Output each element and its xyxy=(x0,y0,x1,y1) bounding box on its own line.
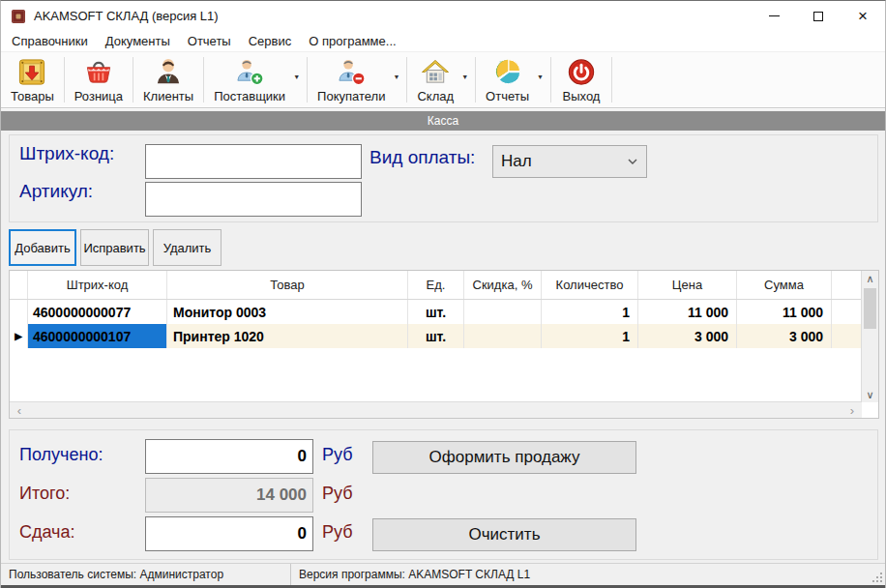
cell-product[interactable]: Принтер 1020 xyxy=(167,324,408,348)
close-icon: × xyxy=(858,8,868,24)
cell-filler xyxy=(832,324,862,348)
input-panel: Штрих-код: Вид оплаты: Нал Артикул: xyxy=(9,134,878,222)
barcode-input[interactable] xyxy=(145,144,362,179)
col-header-barcode[interactable]: Штрих-код xyxy=(28,271,167,299)
change-currency: Руб xyxy=(322,522,353,543)
toolbar-separator xyxy=(406,57,407,103)
col-header-discount[interactable]: Скидка, % xyxy=(464,271,542,299)
toolbar-button-retail[interactable]: Розница xyxy=(67,54,131,105)
sales-table: Штрих-код Товар Ед. Скидка, % Количество… xyxy=(9,270,879,419)
toolbar-button-buyers[interactable]: Покупатели ▼ xyxy=(310,54,404,105)
section-header-kassa: Касса xyxy=(1,111,885,131)
title-bar: AKAMSOFT СКЛАД (версия L1) × xyxy=(1,2,885,30)
chevron-down-icon[interactable]: ▼ xyxy=(293,74,300,80)
close-button[interactable]: × xyxy=(841,2,885,30)
change-label: Сдача: xyxy=(19,522,75,543)
row-marker-cell xyxy=(10,300,28,324)
totals-panel: Получено: Руб Итого: Руб Сдача: Руб Офор… xyxy=(9,429,878,560)
toolbar-label: Поставщики xyxy=(214,89,285,103)
toolbar-label: Выход xyxy=(563,89,601,103)
minimize-icon xyxy=(769,15,780,16)
resize-grip-icon[interactable] xyxy=(871,572,883,583)
toolbar-button-clients[interactable]: Клиенты xyxy=(135,54,201,105)
horizontal-scrollbar[interactable]: ‹ › xyxy=(10,401,862,418)
row-marker-header xyxy=(10,271,28,299)
col-header-product[interactable]: Товар xyxy=(167,271,408,299)
cell-qty[interactable]: 1 xyxy=(542,300,638,324)
maximize-button[interactable] xyxy=(796,2,841,30)
checkout-button[interactable]: Оформить продажу xyxy=(372,441,636,474)
total-input xyxy=(145,478,313,513)
col-header-price[interactable]: Цена xyxy=(638,271,737,299)
cell-discount[interactable] xyxy=(464,300,542,324)
table-header-row: Штрих-код Товар Ед. Скидка, % Количество… xyxy=(10,271,862,300)
delete-button[interactable]: Удалить xyxy=(153,229,222,266)
toolbar-label: Розница xyxy=(74,89,123,103)
toolbar-label: Склад xyxy=(417,89,454,103)
cell-sum[interactable]: 11 000 xyxy=(737,300,832,324)
status-bar: Пользователь системы: Администратор Верс… xyxy=(1,563,885,585)
exit-power-icon xyxy=(566,57,597,87)
cell-unit[interactable]: шт. xyxy=(408,300,464,324)
goods-box-icon xyxy=(16,57,47,87)
payment-type-value: Нал xyxy=(501,152,532,171)
col-header-unit[interactable]: Ед. xyxy=(408,271,464,299)
minimize-button[interactable] xyxy=(752,2,796,30)
toolbar-label: Товары xyxy=(11,89,54,103)
col-header-filler xyxy=(832,271,862,299)
menu-dokumenty[interactable]: Документы xyxy=(97,31,179,51)
total-label: Итого: xyxy=(19,484,70,504)
menu-spravochniki[interactable]: Справочники xyxy=(3,31,97,51)
menu-otchety[interactable]: Отчеты xyxy=(179,31,240,51)
chevron-down-icon[interactable]: ▼ xyxy=(461,74,468,80)
toolbar-separator xyxy=(133,57,133,103)
toolbar-button-reports[interactable]: Отчеты ▼ xyxy=(478,54,548,105)
toolbar-separator xyxy=(611,57,612,103)
basket-icon xyxy=(83,57,114,87)
cell-barcode-selected[interactable]: 4600000000107 xyxy=(28,324,167,348)
toolbar-separator xyxy=(64,57,65,103)
scroll-down-icon[interactable]: ∨ xyxy=(862,387,878,402)
scroll-right-icon[interactable]: › xyxy=(844,402,860,418)
table-row[interactable]: 4600000000077 Монитор 0003 шт. 1 11 000 … xyxy=(10,300,862,324)
cell-product[interactable]: Монитор 0003 xyxy=(167,300,408,324)
section-title: Касса xyxy=(428,114,458,128)
toolbar-button-warehouse[interactable]: Склад ▼ xyxy=(409,54,473,105)
col-header-qty[interactable]: Количество xyxy=(542,271,638,299)
vertical-scrollbar-thumb[interactable] xyxy=(864,288,876,329)
toolbar-button-exit[interactable]: Выход xyxy=(553,54,609,105)
menu-o-programme[interactable]: О программе... xyxy=(300,31,404,51)
chevron-down-icon[interactable]: ▼ xyxy=(537,74,544,80)
vertical-scrollbar[interactable]: ∧ ∨ xyxy=(861,271,878,402)
col-header-sum[interactable]: Сумма xyxy=(737,271,832,299)
menu-servis[interactable]: Сервис xyxy=(240,31,301,51)
toolbar-button-goods[interactable]: Товары xyxy=(3,54,62,105)
menu-bar: Справочники Документы Отчеты Сервис О пр… xyxy=(1,30,885,51)
scroll-left-icon[interactable]: ‹ xyxy=(12,402,27,418)
received-currency: Руб xyxy=(322,445,353,465)
cell-price[interactable]: 3 000 xyxy=(638,324,737,348)
app-icon xyxy=(11,9,26,24)
table-row-selected[interactable]: ▶ 4600000000107 Принтер 1020 шт. 1 3 000… xyxy=(10,324,862,348)
cell-barcode[interactable]: 4600000000077 xyxy=(28,300,167,324)
change-input[interactable] xyxy=(145,516,313,551)
cell-filler xyxy=(832,300,862,324)
add-button[interactable]: Добавить xyxy=(9,229,76,266)
chevron-down-icon[interactable]: ▼ xyxy=(394,74,400,80)
barcode-label: Штрих-код: xyxy=(19,143,114,164)
payment-type-select[interactable]: Нал xyxy=(492,145,647,178)
cell-qty[interactable]: 1 xyxy=(542,324,638,348)
cell-sum[interactable]: 3 000 xyxy=(737,324,832,348)
current-row-marker-icon: ▶ xyxy=(15,331,22,341)
edit-button[interactable]: Исправить xyxy=(80,229,149,266)
cell-discount[interactable] xyxy=(464,324,542,348)
article-input[interactable] xyxy=(145,182,362,217)
cell-unit[interactable]: шт. xyxy=(408,324,464,348)
cell-price[interactable]: 11 000 xyxy=(638,300,737,324)
app-window: AKAMSOFT СКЛАД (версия L1) × Справочники… xyxy=(0,0,886,588)
received-input[interactable] xyxy=(145,439,313,474)
toolbar-separator xyxy=(203,57,204,103)
scroll-up-icon[interactable]: ∧ xyxy=(862,271,878,286)
clear-button[interactable]: Очистить xyxy=(372,518,636,551)
toolbar-button-suppliers[interactable]: Поставщики ▼ xyxy=(206,54,305,105)
